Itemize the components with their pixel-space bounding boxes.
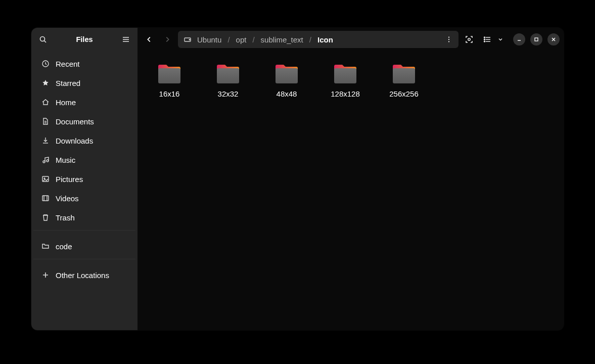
file-manager-window: Files Recent	[31, 28, 564, 330]
folder-icon	[392, 63, 416, 84]
download-icon	[41, 136, 50, 145]
folder-icon	[333, 63, 357, 84]
folder-icon	[41, 242, 50, 250]
folder-item[interactable]: 256x256	[381, 63, 427, 98]
sidebar-item-label: Recent	[56, 60, 80, 68]
back-button[interactable]	[142, 32, 157, 47]
star-icon	[41, 79, 50, 87]
document-icon	[41, 117, 50, 125]
sidebar-other: Other Locations	[31, 262, 138, 285]
sidebar-item-documents[interactable]: Documents	[31, 112, 138, 131]
view-mode-split	[480, 32, 506, 47]
close-icon	[551, 37, 556, 42]
path-menu-button[interactable]	[441, 32, 456, 47]
sidebar-item-label: Other Locations	[56, 271, 109, 280]
path-separator: /	[222, 35, 235, 44]
folder-item[interactable]: 32x32	[205, 63, 251, 98]
path-segment-sublime-text[interactable]: sublime_text	[260, 35, 304, 44]
forward-button[interactable]	[160, 32, 175, 47]
svg-rect-36	[334, 68, 356, 83]
svg-point-18	[189, 39, 190, 40]
sidebar-item-label: Videos	[56, 194, 79, 203]
sidebar-separator	[33, 259, 135, 259]
svg-point-20	[448, 39, 449, 40]
sidebar-item-videos[interactable]: Videos	[31, 189, 138, 208]
svg-point-26	[484, 37, 485, 38]
svg-rect-33	[158, 68, 180, 83]
sidebar-item-label: Home	[56, 98, 76, 107]
minimize-button[interactable]	[513, 33, 525, 46]
sidebar-places: Recent Starred Home	[31, 51, 138, 227]
folder-item[interactable]: 48x48	[264, 63, 309, 98]
chevron-down-icon	[497, 36, 504, 42]
video-icon	[41, 194, 50, 202]
sidebar-menu-button[interactable]	[117, 31, 134, 48]
svg-line-1	[44, 41, 47, 43]
folder-label: 16x16	[159, 89, 180, 98]
hamburger-icon	[122, 35, 130, 43]
chevron-right-icon	[164, 36, 171, 43]
sidebar-item-starred[interactable]: Starred	[31, 73, 138, 93]
app-title: Files	[52, 35, 117, 43]
svg-point-19	[448, 36, 449, 37]
path-bar[interactable]: Ubuntu / opt / sublime_text / Icon	[178, 31, 459, 48]
chevron-left-icon	[146, 36, 153, 43]
svg-point-0	[40, 37, 45, 41]
sidebar-item-label: code	[56, 242, 72, 251]
home-icon	[41, 98, 50, 106]
svg-point-28	[484, 41, 485, 42]
folder-label: 48x48	[277, 89, 297, 98]
folder-item[interactable]: 16x16	[147, 63, 192, 98]
sidebar-item-pictures[interactable]: Pictures	[31, 169, 138, 189]
close-button[interactable]	[547, 33, 560, 46]
sidebar-item-downloads[interactable]: Downloads	[31, 131, 138, 150]
folder-icon	[157, 63, 181, 84]
content-area[interactable]: 16x16 32x32	[138, 51, 564, 330]
path-root[interactable]: Ubuntu	[196, 35, 222, 44]
trash-icon	[41, 213, 50, 221]
svg-rect-37	[393, 68, 415, 83]
path-segment-icon[interactable]: Icon	[316, 35, 334, 44]
svg-point-27	[484, 39, 485, 40]
kebab-icon	[445, 36, 452, 43]
sidebar-item-trash[interactable]: Trash	[31, 208, 138, 227]
svg-point-22	[468, 38, 470, 40]
svg-rect-35	[276, 68, 298, 83]
sidebar-item-music[interactable]: Music	[31, 150, 138, 169]
sidebar-item-label: Pictures	[56, 175, 83, 184]
folder-label: 128x128	[331, 89, 360, 98]
sidebar-item-label: Downloads	[56, 136, 93, 145]
sidebar-item-label: Documents	[56, 117, 94, 126]
folder-grid: 16x16 32x32	[147, 63, 555, 98]
sidebar: Files Recent	[31, 28, 138, 330]
list-view-button[interactable]	[480, 32, 495, 47]
path-separator: /	[304, 35, 316, 44]
sidebar-item-code[interactable]: code	[31, 237, 138, 256]
sidebar-item-other-locations[interactable]: Other Locations	[31, 265, 138, 285]
sidebar-item-recent[interactable]: Recent	[31, 54, 138, 73]
svg-rect-34	[217, 68, 239, 83]
disk-icon	[183, 35, 192, 44]
minimize-icon	[517, 37, 522, 42]
path-segment-opt[interactable]: opt	[235, 35, 248, 44]
folder-icon	[274, 63, 299, 84]
folder-label: 256x256	[389, 89, 419, 98]
search-icon	[39, 35, 47, 43]
recent-icon	[41, 60, 50, 68]
path-separator: /	[247, 35, 259, 44]
sidebar-header: Files	[31, 28, 138, 51]
focus-icon	[465, 35, 474, 44]
folder-icon	[216, 63, 240, 84]
sidebar-item-home[interactable]: Home	[31, 93, 138, 112]
focus-file-button[interactable]	[462, 32, 477, 47]
music-icon	[41, 156, 50, 164]
sidebar-item-label: Starred	[56, 79, 80, 87]
svg-rect-12	[42, 196, 49, 201]
svg-point-11	[44, 178, 45, 179]
folder-item[interactable]: 128x128	[323, 63, 368, 98]
sidebar-item-label: Music	[56, 156, 75, 164]
view-options-button[interactable]	[495, 32, 506, 47]
maximize-button[interactable]	[530, 33, 542, 46]
svg-rect-30	[535, 38, 538, 41]
search-button[interactable]	[34, 31, 52, 48]
